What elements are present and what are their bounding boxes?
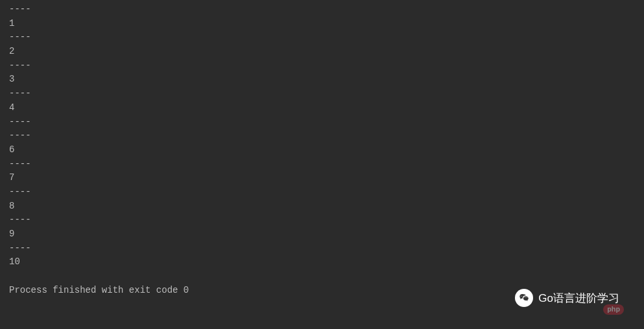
terminal-line: [9, 269, 635, 284]
terminal-line: ----: [9, 59, 635, 73]
terminal-line: ----: [9, 185, 635, 199]
terminal-output: ----1----2----3----4--------6----7----8-…: [0, 0, 644, 300]
terminal-line: 7: [9, 171, 635, 185]
terminal-line: 1: [9, 17, 635, 31]
terminal-line: 9: [9, 227, 635, 242]
wechat-icon: [515, 289, 533, 307]
terminal-line: ----: [9, 115, 635, 130]
terminal-line: ----: [9, 3, 635, 17]
terminal-line: 3: [9, 73, 635, 87]
terminal-line: ----: [9, 213, 635, 227]
terminal-line: ----: [9, 30, 635, 45]
terminal-line: ----: [9, 129, 635, 143]
terminal-line: ----: [9, 87, 635, 101]
terminal-line: ----: [9, 242, 635, 256]
terminal-line: 4: [9, 101, 635, 115]
wechat-watermark: Go语言进阶学习: [515, 289, 619, 307]
wechat-channel-label: Go语言进阶学习: [538, 291, 619, 306]
terminal-line: ----: [9, 157, 635, 172]
terminal-line: 2: [9, 45, 635, 59]
terminal-line: 8: [9, 199, 635, 214]
terminal-line: 10: [9, 255, 635, 269]
terminal-line: 6: [9, 143, 635, 157]
